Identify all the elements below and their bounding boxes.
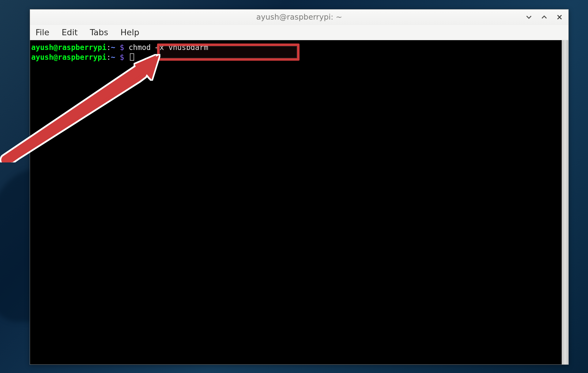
terminal-body-container: ayush@raspberrypi:~ $ chmod +x vhusbdarm… [30, 40, 568, 364]
prompt-colon: : [107, 53, 111, 62]
window-title: ayush@raspberrypi: ~ [256, 13, 342, 21]
prompt-path: ~ [111, 43, 115, 52]
menubar: File Edit Tabs Help [30, 25, 568, 40]
scrollbar-thumb[interactable] [562, 40, 568, 364]
cursor-icon [130, 53, 134, 61]
terminal-output[interactable]: ayush@raspberrypi:~ $ chmod +x vhusbdarm… [30, 40, 562, 364]
command-text: chmod +x vhusbdarm [129, 43, 208, 52]
terminal-scrollbar[interactable] [562, 40, 568, 364]
menu-file[interactable]: File [34, 26, 51, 38]
close-button[interactable] [555, 13, 564, 21]
menu-help[interactable]: Help [119, 26, 141, 38]
window-titlebar[interactable]: ayush@raspberrypi: ~ [30, 10, 568, 25]
minimize-button[interactable] [525, 13, 533, 21]
prompt-colon: : [107, 43, 111, 52]
maximize-button[interactable] [540, 13, 548, 21]
prompt-user-host: ayush@raspberrypi [31, 43, 107, 52]
prompt-dollar: $ [115, 53, 129, 62]
prompt-path: ~ [111, 53, 115, 62]
menu-tabs[interactable]: Tabs [88, 26, 110, 38]
prompt-line-2: ayush@raspberrypi:~ $ [31, 53, 134, 62]
prompt-user-host: ayush@raspberrypi [31, 53, 107, 62]
window-controls [525, 13, 564, 21]
terminal-window: ayush@raspberrypi: ~ File Edit [30, 9, 569, 365]
prompt-dollar: $ [115, 43, 129, 52]
menu-edit[interactable]: Edit [60, 26, 79, 38]
prompt-line-1: ayush@raspberrypi:~ $ chmod +x vhusbdarm [31, 43, 208, 52]
